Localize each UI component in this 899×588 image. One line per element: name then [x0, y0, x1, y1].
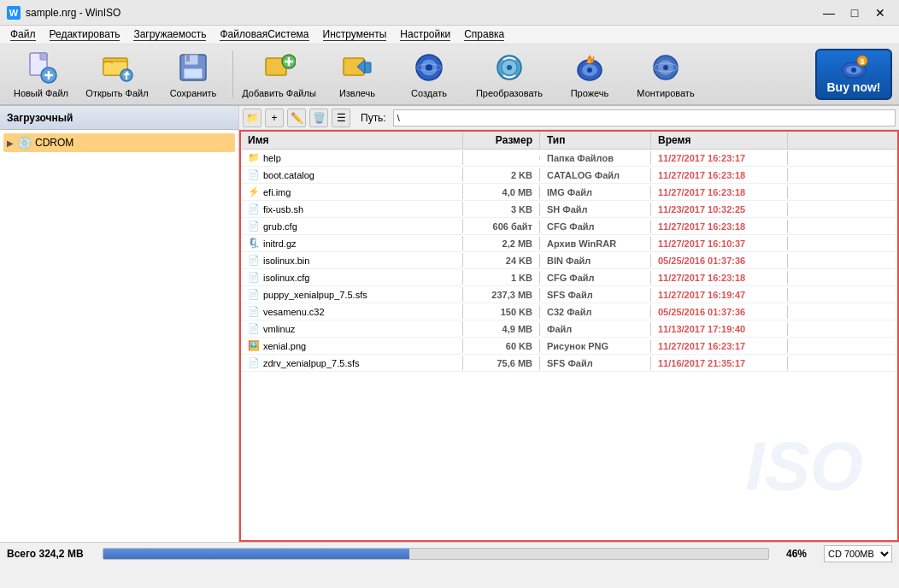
toolbar-separator-1 [232, 50, 233, 98]
menubar: Файл Редактировать Загружаемость Файлова… [0, 26, 899, 44]
svg-rect-12 [184, 68, 203, 79]
save-icon [176, 50, 210, 85]
folder-nav-button[interactable]: 📁 [243, 109, 261, 127]
burn-icon [573, 50, 607, 85]
file-icon: 📄 [248, 220, 260, 232]
svg-rect-1 [40, 53, 47, 60]
file-type: CFG Файл [547, 273, 595, 283]
file-name: initrd.gz [263, 238, 297, 249]
menu-filesystem[interactable]: ФайловаяСистема [213, 26, 315, 44]
table-row[interactable]: 📄 grub.cfg 606 байт CFG Файл 11/27/2017 … [241, 218, 897, 235]
column-name[interactable]: Имя [241, 132, 463, 149]
table-row[interactable]: 📄 puppy_xenialpup_7.5.sfs 237,3 MB SFS Ф… [241, 286, 897, 303]
table-row[interactable]: 📄 vmlinuz 4,9 MB Файл 11/13/2017 17:19:4… [241, 320, 897, 338]
minimize-button[interactable]: — [817, 3, 841, 22]
file-icon: 🖼️ [248, 340, 260, 351]
file-name: grub.cfg [263, 221, 297, 232]
svg-point-26 [507, 65, 512, 70]
menu-edit[interactable]: Редактировать [43, 26, 127, 44]
table-row[interactable]: 📄 fix-usb.sh 3 KB SH Файл 11/23/2017 10:… [241, 201, 897, 218]
file-icon: 📁 [248, 152, 260, 163]
file-size: 150 KB [501, 307, 532, 317]
menu-help[interactable]: Справка [457, 26, 511, 44]
file-type: IMG Файл [547, 187, 592, 197]
file-type: BIN Файл [547, 256, 591, 266]
file-size: 75,6 MB [497, 358, 532, 368]
file-time: 11/27/2017 16:23:18 [658, 187, 745, 197]
tree-item-cdrom[interactable]: ▶ 💿 CDROM [3, 133, 235, 152]
save-button[interactable]: Сохранить [159, 47, 227, 102]
open-file-label: Открыть Файл [85, 88, 148, 98]
add-files-icon [262, 50, 297, 85]
table-row[interactable]: 📄 boot.catalog 2 KB CATALOG Файл 11/27/2… [241, 167, 897, 184]
mount-button[interactable]: Монтировать [627, 47, 704, 102]
file-name: boot.catalog [263, 170, 314, 180]
new-file-button[interactable]: Новый Файл [7, 47, 75, 102]
file-name: puppy_xenialpup_7.5.sfs [263, 290, 367, 300]
svg-rect-19 [365, 62, 371, 73]
file-time: 11/27/2017 16:23:17 [658, 341, 745, 351]
buy-now-label: Buy now! [827, 80, 881, 94]
titlebar-controls: — □ ✕ [817, 3, 892, 22]
file-type: CFG Файл [547, 221, 595, 232]
table-row[interactable]: 📄 isolinux.cfg 1 KB CFG Файл 11/27/2017 … [241, 269, 897, 286]
file-size: 606 байт [493, 221, 532, 232]
path-input[interactable] [393, 109, 896, 126]
main-area: Загрузочный ▶ 💿 CDROM 📁 + ✏️ 🗑️ ☰ Путь: … [0, 106, 899, 542]
column-size[interactable]: Размер [463, 132, 540, 149]
burn-button[interactable]: Прожечь [555, 47, 624, 102]
extract-button[interactable]: Извлечь [323, 47, 391, 102]
file-icon: 🗜️ [248, 238, 260, 249]
file-list-header: Имя Размер Тип Время [241, 132, 897, 150]
file-size: 2,2 MB [502, 238, 532, 249]
delete-path-button[interactable]: 🗑️ [309, 109, 328, 127]
open-file-button[interactable]: Открыть Файл [79, 47, 156, 102]
maximize-button[interactable]: □ [843, 3, 867, 22]
table-row[interactable]: 📁 help Папка Файлов 11/27/2017 16:23:17 [241, 150, 897, 167]
table-row[interactable]: 📄 isolinux.bin 24 KB BIN Файл 05/25/2016… [241, 252, 897, 269]
file-icon: 📄 [248, 272, 260, 283]
table-row[interactable]: 📄 vesamenu.c32 150 KB C32 Файл 05/25/201… [241, 303, 897, 320]
column-time[interactable]: Время [651, 132, 788, 149]
table-row[interactable]: 🗜️ initrd.gz 2,2 MB Архив WinRAR 11/27/2… [241, 235, 897, 252]
list-view-button[interactable]: ☰ [332, 109, 350, 127]
file-type: C32 Файл [547, 307, 592, 317]
add-path-button[interactable]: + [265, 109, 284, 127]
table-row[interactable]: ⚡ efi.img 4,0 MB IMG Файл 11/27/2017 16:… [241, 184, 897, 201]
menu-file[interactable]: Файл [3, 26, 43, 44]
cd-type-select[interactable]: CD 700MB DVD 4.7GB [824, 545, 892, 562]
right-panel: 📁 + ✏️ 🗑️ ☰ Путь: ISO Имя Размер Тип Вре… [239, 106, 899, 542]
svg-rect-11 [186, 55, 190, 62]
create-button[interactable]: Создать [395, 47, 463, 102]
table-row[interactable]: 📄 zdrv_xenialpup_7.5.sfs 75,6 MB SFS Фай… [241, 355, 897, 372]
file-size: 1 KB [511, 273, 532, 283]
convert-icon [492, 50, 526, 85]
menu-settings[interactable]: Настройки [393, 26, 457, 44]
file-time: 11/16/2017 21:35:17 [658, 358, 745, 368]
edit-path-button[interactable]: ✏️ [287, 109, 306, 127]
menu-bootable[interactable]: Загружаемость [126, 26, 213, 44]
progress-bar-fill [103, 549, 409, 559]
extract-icon [340, 50, 374, 85]
file-icon: 📄 [248, 357, 260, 368]
column-type[interactable]: Тип [540, 132, 651, 149]
file-type: Файл [547, 324, 572, 334]
convert-button[interactable]: Преобразовать [467, 47, 552, 102]
file-name: vmlinuz [263, 324, 295, 334]
file-size: 3 KB [511, 204, 532, 215]
convert-label: Преобразовать [476, 88, 543, 98]
close-button[interactable]: ✕ [868, 3, 892, 22]
file-icon: 📄 [248, 306, 260, 317]
total-label: Всего 324,2 MB [7, 548, 92, 560]
buy-button[interactable]: $ Buy now! [815, 49, 892, 100]
table-row[interactable]: 🖼️ xenial.png 60 KB Рисунок PNG 11/27/20… [241, 338, 897, 355]
menu-tools[interactable]: Инструменты [316, 26, 394, 44]
file-list: ISO Имя Размер Тип Время 📁 help Папка Фа… [239, 130, 899, 542]
add-files-button[interactable]: Добавить Файлы [238, 47, 320, 102]
extract-label: Извлечь [339, 88, 375, 98]
file-name: vesamenu.c32 [263, 307, 325, 317]
file-time: 11/27/2017 16:23:18 [658, 170, 745, 180]
tree-item-label: CDROM [35, 137, 73, 149]
file-name: efi.img [263, 187, 291, 197]
svg-point-36 [851, 68, 856, 73]
